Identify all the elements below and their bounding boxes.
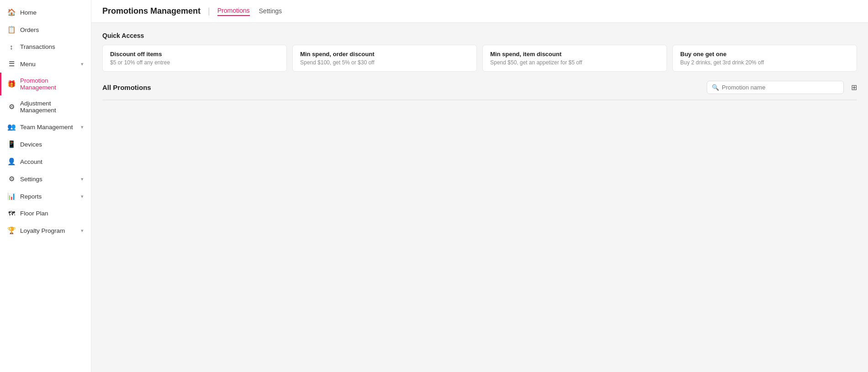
topbar-divider: | — [208, 6, 210, 16]
quick-access-cards: Discount off items $5 or 10% off any ent… — [102, 45, 857, 72]
sidebar-item-label: Floor Plan — [20, 210, 48, 217]
sidebar-item-account[interactable]: 👤 Account — [0, 153, 91, 170]
search-box[interactable]: 🔍 — [707, 81, 844, 94]
sidebar-item-transactions[interactable]: ↕ Transactions — [0, 38, 91, 55]
promotions-table-wrapper — [102, 100, 857, 100]
sidebar-item-floor-plan[interactable]: 🗺 Floor Plan — [0, 205, 91, 222]
qa-card-desc: Spend $100, get 5% or $30 off — [300, 59, 469, 66]
qa-card-title: Min spend, item discount — [490, 51, 659, 58]
sidebar-item-home[interactable]: 🏠 Home — [0, 4, 91, 21]
sidebar-item-promotion-management[interactable]: 🎁 Promotion Management — [0, 73, 91, 95]
main-content: Promotions Management | PromotionsSettin… — [91, 0, 868, 372]
sidebar-item-label: Menu — [20, 61, 36, 68]
search-input[interactable] — [722, 84, 839, 91]
sidebar-item-label: Loyalty Program — [20, 227, 65, 234]
sidebar-item-team-management[interactable]: 👥 Team Management ▾ — [0, 118, 91, 136]
floor-plan-icon: 🗺 — [7, 210, 16, 217]
loyalty-program-icon: 🏆 — [7, 226, 16, 235]
sidebar-item-reports[interactable]: 📊 Reports ▾ — [0, 188, 91, 205]
sidebar: 🏠 Home 📋 Orders ↕ Transactions ☰ Menu ▾ … — [0, 0, 91, 372]
sidebar-item-label: Reports — [20, 193, 42, 200]
reports-icon: 📊 — [7, 192, 16, 200]
columns-icon[interactable]: ⊞ — [851, 83, 857, 92]
sidebar-item-label: Orders — [20, 26, 39, 33]
sidebar-item-label: Settings — [20, 176, 42, 183]
quick-access-title: Quick Access — [102, 32, 857, 39]
sidebar-item-adjustment-management[interactable]: ⚙ Adjustment Management — [0, 95, 91, 118]
qa-card-desc: Buy 2 drinks, get 3rd drink 20% off — [680, 59, 849, 66]
menu-icon: ☰ — [7, 60, 16, 68]
sidebar-item-menu[interactable]: ☰ Menu ▾ — [0, 55, 91, 73]
qa-card-title: Discount off items — [110, 51, 279, 58]
qa-card-min-spend-item[interactable]: Min spend, item discount Spend $50, get … — [482, 45, 667, 72]
sidebar-item-devices[interactable]: 📱 Devices — [0, 136, 91, 153]
qa-card-desc: $5 or 10% off any entree — [110, 59, 279, 66]
all-promotions-header: All Promotions 🔍 ⊞ — [102, 81, 857, 94]
chevron-down-icon: ▾ — [81, 176, 84, 182]
content-area: Quick Access Discount off items $5 or 10… — [91, 23, 868, 372]
sidebar-item-label: Promotion Management — [20, 77, 84, 91]
qa-card-desc: Spend $50, get an appetizer for $5 off — [490, 59, 659, 66]
qa-card-min-spend-order[interactable]: Min spend, order discount Spend $100, ge… — [292, 45, 477, 72]
topbar-tabs: PromotionsSettings — [217, 7, 282, 16]
qa-card-title: Buy one get one — [680, 51, 849, 58]
chevron-down-icon: ▾ — [81, 124, 84, 130]
sidebar-item-settings[interactable]: ⚙ Settings ▾ — [0, 170, 91, 188]
sidebar-item-loyalty-program[interactable]: 🏆 Loyalty Program ▾ — [0, 222, 91, 239]
adjustment-management-icon: ⚙ — [7, 103, 16, 111]
header-right: 🔍 ⊞ — [707, 81, 857, 94]
sidebar-item-label: Devices — [20, 141, 42, 148]
sidebar-item-label: Team Management — [20, 124, 73, 131]
home-icon: 🏠 — [7, 8, 16, 16]
qa-card-discount-off-items[interactable]: Discount off items $5 or 10% off any ent… — [102, 45, 287, 72]
sidebar-item-label: Transactions — [20, 43, 55, 50]
team-management-icon: 👥 — [7, 123, 16, 131]
search-icon: 🔍 — [712, 84, 719, 91]
chevron-down-icon: ▾ — [81, 228, 84, 234]
tab-promotions[interactable]: Promotions — [217, 7, 250, 16]
account-icon: 👤 — [7, 157, 16, 166]
topbar: Promotions Management | PromotionsSettin… — [91, 0, 868, 23]
sidebar-item-label: Adjustment Management — [20, 100, 84, 114]
sidebar-item-label: Account — [20, 158, 42, 165]
orders-icon: 📋 — [7, 26, 16, 34]
transactions-icon: ↕ — [7, 43, 16, 51]
chevron-down-icon: ▾ — [81, 61, 84, 67]
page-title: Promotions Management — [102, 6, 201, 16]
qa-card-title: Min spend, order discount — [300, 51, 469, 58]
settings-icon: ⚙ — [7, 175, 16, 183]
tab-settings[interactable]: Settings — [259, 7, 282, 16]
sidebar-item-label: Home — [20, 9, 37, 16]
sidebar-item-orders[interactable]: 📋 Orders — [0, 21, 91, 38]
promotion-management-icon: 🎁 — [7, 80, 16, 88]
all-promotions-title: All Promotions — [102, 84, 151, 91]
chevron-down-icon: ▾ — [81, 194, 84, 199]
devices-icon: 📱 — [7, 140, 16, 148]
qa-card-buy-one-get-one[interactable]: Buy one get one Buy 2 drinks, get 3rd dr… — [672, 45, 857, 72]
